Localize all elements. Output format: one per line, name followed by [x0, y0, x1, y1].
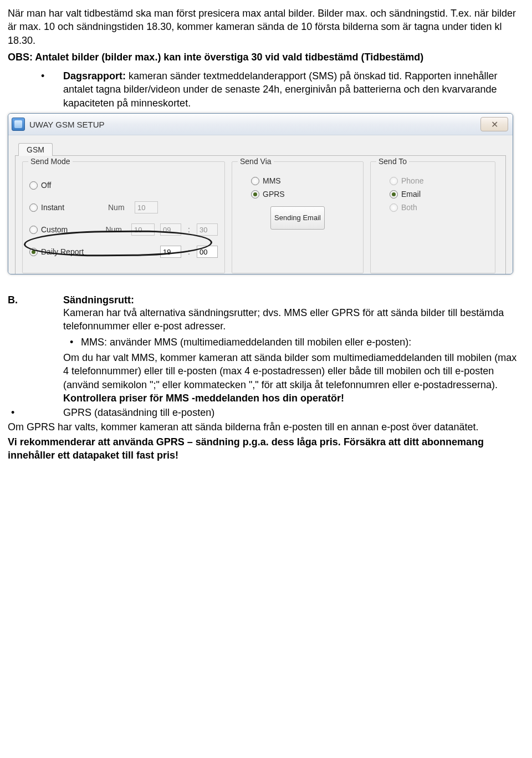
daily-hour-input[interactable] — [160, 246, 181, 258]
radio-off[interactable]: Off — [29, 181, 51, 190]
radio-dot — [29, 226, 38, 234]
legend-send-to: Send To — [376, 157, 409, 166]
radio-daily-report[interactable]: Daily Report — [29, 247, 84, 256]
app-icon — [12, 118, 25, 131]
radio-dot — [390, 190, 398, 199]
sending-email-label: Sending Email — [274, 214, 321, 222]
radio-mms-label: MMS — [263, 176, 281, 185]
bullet-mms: MMS: använder MMS (multimediameddelanden… — [63, 335, 524, 349]
radio-dot — [390, 177, 398, 185]
gprs-header: GPRS (datasändning till e-posten) — [63, 407, 214, 418]
section-b-title: Sändningsrutt: — [63, 294, 524, 306]
section-b-letter: B. — [8, 294, 63, 306]
group-send-via: Send Via MMS GPRS Sending Email — [232, 161, 364, 273]
group-send-to: Send To Phone Email Both — [370, 161, 495, 273]
instant-num-input[interactable] — [135, 201, 158, 213]
radio-off-label: Off — [41, 181, 51, 190]
mms-body-bold: Kontrollera priser för MMS -meddelanden … — [63, 393, 344, 404]
radio-email[interactable]: Email — [390, 190, 488, 199]
radio-custom-label: Custom — [41, 225, 68, 234]
radio-custom[interactable]: Custom — [29, 225, 68, 234]
legend-send-mode: Send Mode — [28, 157, 73, 166]
dagsrapport-label: Dagsrapport: — [63, 70, 126, 82]
radio-dot — [390, 204, 398, 212]
group-send-mode: Send Mode Off Instant — [22, 161, 225, 273]
dagsrapport-text: kameran sänder textmeddelanderapport (SM… — [63, 70, 497, 109]
sending-email-button[interactable]: Sending Email — [270, 206, 325, 230]
radio-gprs-label: GPRS — [263, 190, 285, 199]
radio-phone-label: Phone — [401, 176, 423, 185]
legend-send-via: Send Via — [238, 157, 274, 166]
paragraph-obs: OBS: Antalet bilder (bilder max.) kan in… — [8, 50, 524, 64]
radio-dot — [29, 248, 38, 256]
time-colon: : — [187, 225, 191, 234]
bullet-gprs: GPRS (datasändning till e-posten) — [8, 406, 524, 419]
section-b: B. Sändningsrutt: Kameran har två altern… — [8, 294, 524, 462]
radio-dot — [251, 177, 259, 185]
uway-gsm-setup-window: UWAY GSM SETUP ✕ GSM Send Mode Off — [8, 113, 513, 274]
section-b-intro: Kameran har två alternativa sändningsrut… — [63, 306, 524, 333]
time-colon: : — [187, 247, 191, 256]
radio-dot — [29, 204, 38, 212]
tab-strip: GSM — [18, 141, 506, 155]
window-body: GSM Send Mode Off — [8, 135, 513, 274]
close-icon: ✕ — [491, 119, 498, 130]
num-label: Num — [108, 203, 129, 212]
radio-both-label: Both — [401, 203, 417, 212]
recommendation-a: Vi rekommenderar att använda GPRS – sänd… — [8, 436, 344, 447]
custom-hour-input[interactable] — [160, 223, 181, 236]
bullet-dagsrapport: Dagsrapport: kameran sänder textmeddelan… — [8, 69, 524, 110]
window-title: UWAY GSM SETUP — [29, 120, 105, 129]
radio-daily-label: Daily Report — [41, 247, 84, 256]
close-button[interactable]: ✕ — [480, 117, 508, 131]
paragraph-intro: När man har valt tidbestämd ska man förs… — [8, 7, 524, 47]
tab-gsm[interactable]: GSM — [18, 143, 53, 156]
custom-min-input[interactable] — [197, 223, 218, 236]
radio-mms[interactable]: MMS — [251, 176, 356, 185]
mms-body-text: Om du har valt MMS, kommer kameran att s… — [63, 352, 516, 390]
radio-instant[interactable]: Instant — [29, 203, 64, 212]
gprs-body: Om GPRS har valts, kommer kameran att sä… — [8, 420, 524, 434]
daily-min-input[interactable] — [197, 246, 218, 258]
titlebar[interactable]: UWAY GSM SETUP ✕ — [8, 114, 513, 135]
radio-gprs[interactable]: GPRS — [251, 190, 356, 199]
custom-num-input[interactable] — [131, 223, 155, 236]
radio-email-label: Email — [401, 190, 421, 199]
radio-dot — [29, 181, 38, 190]
radio-instant-label: Instant — [41, 203, 64, 212]
tab-content: Send Mode Off Instant — [15, 155, 506, 274]
radio-both[interactable]: Both — [390, 203, 488, 212]
radio-phone[interactable]: Phone — [390, 176, 488, 185]
radio-dot — [251, 190, 259, 199]
recommendation: Vi rekommenderar att använda GPRS – sänd… — [8, 435, 524, 462]
mms-header: MMS: använder MMS (multimediameddelanden… — [81, 337, 411, 348]
mms-body: Om du har valt MMS, kommer kameran att s… — [63, 351, 524, 405]
num-label: Num — [105, 225, 126, 234]
